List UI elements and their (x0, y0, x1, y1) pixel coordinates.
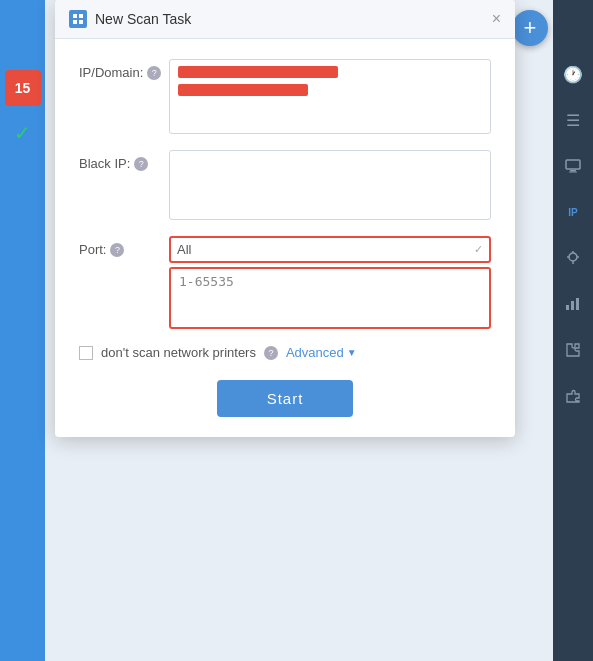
ip-icon[interactable]: IP (559, 198, 587, 226)
svg-rect-8 (566, 305, 569, 310)
port-row: Port: ? All ✓ 1-65535 (79, 236, 491, 329)
new-scan-task-modal: New Scan Task × IP/Domain: ? Black IP: ? (55, 0, 515, 437)
svg-rect-13 (73, 20, 77, 24)
checkbox-row: don't scan network printers ? Advanced ▼ (79, 345, 491, 360)
svg-rect-10 (576, 298, 579, 310)
modal-title: New Scan Task (95, 11, 191, 27)
port-select-value: All (177, 242, 191, 257)
black-ip-row: Black IP: ? (79, 150, 491, 220)
monitor-icon[interactable] (559, 152, 587, 180)
svg-rect-12 (79, 14, 83, 18)
svg-rect-9 (571, 301, 574, 310)
port-container: All ✓ 1-65535 (169, 236, 491, 329)
chart-icon[interactable] (559, 290, 587, 318)
svg-rect-11 (73, 14, 77, 18)
modal-body: IP/Domain: ? Black IP: ? Port: ? All (55, 39, 515, 437)
no-network-printers-help-icon[interactable]: ? (264, 346, 278, 360)
no-network-printers-label: don't scan network printers (101, 345, 256, 360)
add-button[interactable]: + (512, 10, 548, 46)
svg-rect-1 (570, 170, 576, 172)
black-ip-input[interactable] (169, 150, 491, 220)
svg-rect-0 (566, 160, 580, 169)
badge-number: 15 (5, 70, 41, 106)
bug-icon[interactable] (559, 244, 587, 272)
advanced-button[interactable]: Advanced ▼ (286, 345, 357, 360)
port-label: Port: ? (79, 236, 169, 257)
advanced-label: Advanced (286, 345, 344, 360)
sidebar-left: 15 ✓ (0, 0, 45, 661)
no-network-printers-checkbox[interactable] (79, 346, 93, 360)
port-textarea[interactable]: 1-65535 (171, 269, 489, 324)
puzzle2-icon[interactable] (559, 382, 587, 410)
modal-close-button[interactable]: × (492, 11, 501, 27)
port-textarea-wrapper: 1-65535 (169, 267, 491, 329)
port-dropdown-arrow: ✓ (474, 243, 483, 256)
port-help-icon[interactable]: ? (110, 243, 124, 257)
svg-point-3 (569, 253, 577, 261)
ip-domain-label: IP/Domain: ? (79, 59, 169, 80)
puzzle-icon[interactable] (559, 336, 587, 364)
port-select[interactable]: All ✓ (169, 236, 491, 263)
start-button[interactable]: Start (217, 380, 354, 417)
modal-header: New Scan Task × (55, 0, 515, 39)
check-icon: ✓ (14, 121, 31, 145)
svg-rect-14 (79, 20, 83, 24)
ip-domain-row: IP/Domain: ? (79, 59, 491, 134)
black-ip-help-icon[interactable]: ? (134, 157, 148, 171)
sidebar-right: 🕐 ☰ IP (553, 0, 593, 661)
modal-icon (69, 10, 87, 28)
black-ip-label: Black IP: ? (79, 150, 169, 171)
svg-rect-2 (569, 172, 577, 173)
list-icon[interactable]: ☰ (559, 106, 587, 134)
clock-icon[interactable]: 🕐 (559, 60, 587, 88)
ip-domain-help-icon[interactable]: ? (147, 66, 161, 80)
advanced-arrow-icon: ▼ (347, 347, 357, 358)
